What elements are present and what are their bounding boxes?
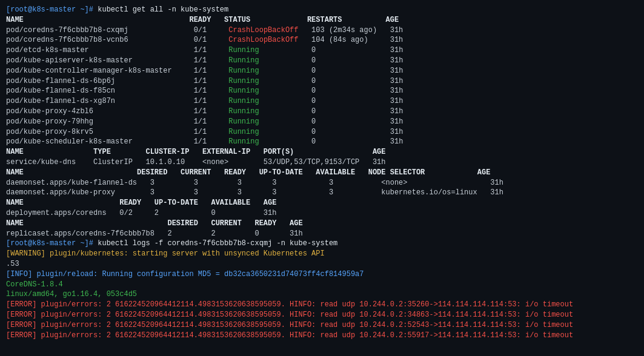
terminal-line: pod/kube-flannel-ds-f85cn 1/1 Running 0 … <box>6 86 638 96</box>
terminal-line: [ERROR] plugin/errors: 2 616224520964412… <box>6 331 638 341</box>
terminal-line: pod/coredns-7f6cbbb7b8-cxqmj 0/1 CrashLo… <box>6 25 638 36</box>
terminal-line: pod/kube-apiserver-k8s-master 1/1 Runnin… <box>6 56 638 66</box>
terminal-line: [INFO] plugin/reload: Running configurat… <box>6 269 638 280</box>
terminal-line: replicaset.apps/coredns-7f6cbbb7b8 2 2 0… <box>6 229 638 239</box>
terminal-line: [root@k8s-master ~]# kubectl get all -n … <box>6 5 638 15</box>
terminal-line: CoreDNS-1.8.4 <box>6 280 638 290</box>
terminal-line: daemonset.apps/kube-flannel-ds 3 3 3 3 3… <box>6 178 638 188</box>
terminal-line: pod/kube-flannel-ds-6bp6j 1/1 Running 0 … <box>6 76 638 87</box>
terminal-line: [ERROR] plugin/errors: 2 616224520964412… <box>6 300 638 310</box>
terminal-line: NAME READY STATUS RESTARTS AGE <box>6 15 638 25</box>
terminal-line: deployment.apps/coredns 0/2 2 0 31h <box>6 208 638 219</box>
terminal-line: pod/kube-flannel-ds-xg87n 1/1 Running 0 … <box>6 96 638 107</box>
terminal-line: NAME READY UP-TO-DATE AVAILABLE AGE <box>6 198 638 208</box>
terminal-line: NAME DESIRED CURRENT READY UP-TO-DATE AV… <box>6 168 638 178</box>
terminal-line: .53 <box>6 259 638 269</box>
terminal-line: [WARNING] plugin/kubernetes: starting se… <box>6 249 638 259</box>
terminal-line: pod/coredns-7f6cbbb7b8-vcnb6 0/1 CrashLo… <box>6 35 638 45</box>
terminal-line: pod/kube-proxy-79hhg 1/1 Running 0 31h <box>6 117 638 127</box>
terminal: [root@k8s-master ~]# kubectl get all -n … <box>0 0 644 356</box>
terminal-line: [ERROR] plugin/errors: 2 616224520964412… <box>6 310 638 320</box>
terminal-line: daemonset.apps/kube-proxy 3 3 3 3 3 kube… <box>6 188 638 198</box>
terminal-line: pod/kube-scheduler-k8s-master 1/1 Runnin… <box>6 137 638 147</box>
terminal-line: [ERROR] plugin/errors: 2 616224520964412… <box>6 320 638 331</box>
terminal-line: NAME TYPE CLUSTER-IP EXTERNAL-IP PORT(S)… <box>6 147 638 157</box>
terminal-line: pod/kube-proxy-4zbl6 1/1 Running 0 31h <box>6 107 638 117</box>
terminal-line: pod/etcd-k8s-master 1/1 Running 0 31h <box>6 45 638 56</box>
terminal-line: pod/kube-controller-manager-k8s-master 1… <box>6 66 638 76</box>
terminal-line: service/kube-dns ClusterIP 10.1.0.10 <no… <box>6 157 638 168</box>
terminal-line: linux/amd64, go1.16.4, 053c4d5 <box>6 289 638 300</box>
terminal-line: NAME DESIRED CURRENT READY AGE <box>6 219 638 229</box>
terminal-line: pod/kube-proxy-8krv5 1/1 Running 0 31h <box>6 127 638 137</box>
terminal-line: [root@k8s-master ~]# kubectl logs -f cor… <box>6 239 638 249</box>
